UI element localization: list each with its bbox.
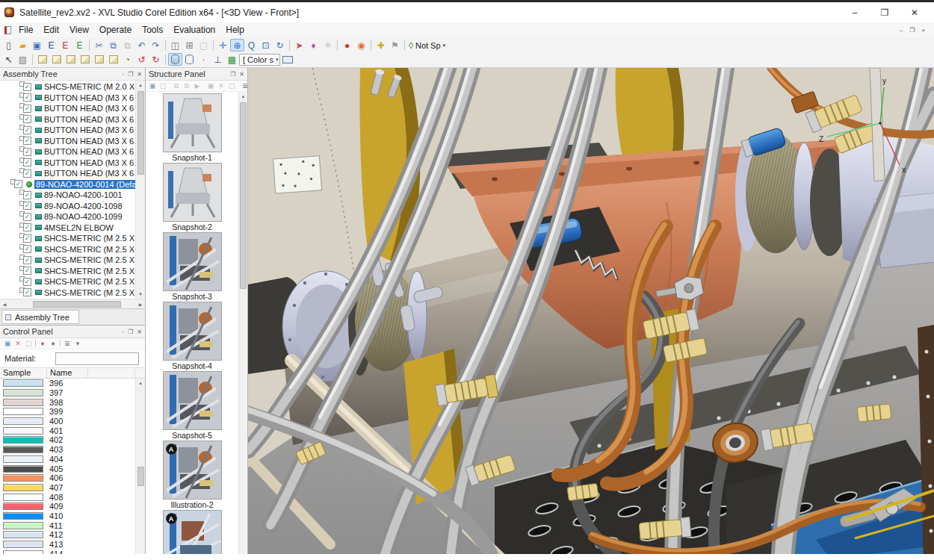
material-row-409[interactable]: 409 — [0, 502, 135, 511]
checkbox-icon[interactable]: ✓ — [23, 223, 31, 231]
material-row-407[interactable]: 407 — [0, 483, 135, 493]
display-wireframe[interactable] — [182, 53, 197, 66]
view-cube-right[interactable] — [78, 53, 92, 66]
tree-item[interactable]: ✓SHCS-METRIC (M 2.5 X 8 — [0, 266, 135, 277]
menu-file[interactable]: File — [13, 23, 38, 37]
material-row-403[interactable]: 403 — [0, 445, 135, 455]
structure-panel-vertical-scrollbar[interactable]: ▲ — [238, 92, 247, 560]
tree-item[interactable]: ✓BUTTON HEAD (M3 X 6 L( — [0, 158, 135, 169]
snapshot-thumbnail[interactable] — [163, 371, 222, 430]
mdi-close-button[interactable]: × — [921, 27, 925, 34]
checkbox-icon[interactable]: ✓ — [23, 288, 31, 296]
panel-pin-icon[interactable]: ◦ — [122, 329, 124, 335]
fill-style-combo[interactable]: ◊Not Sp▾ — [407, 39, 448, 52]
orbit-tool[interactable]: ⊕ — [230, 39, 244, 52]
snapshot-item[interactable]: Snapshot-3 — [146, 232, 238, 302]
scroll-left-icon[interactable]: ◀ — [0, 302, 9, 307]
panel-float-icon[interactable]: ❐ — [128, 329, 133, 335]
column-extra[interactable] — [88, 368, 135, 378]
material-row-398[interactable]: 398 — [0, 397, 135, 407]
column-name[interactable]: Name — [47, 368, 88, 378]
snapshot-thumbnail[interactable]: A — [163, 510, 222, 560]
snapshot-item[interactable]: Snapshot-2 — [146, 163, 238, 232]
window-restore-button[interactable]: ❐ — [877, 7, 892, 18]
tree-item[interactable]: ✓89-NOAO-4200-1098 — [0, 201, 135, 212]
scrollbar-thumb[interactable] — [240, 102, 247, 289]
select-volume-tool[interactable]: ▧ — [16, 53, 30, 66]
snapshot-thumbnail[interactable] — [163, 93, 222, 152]
scroll-up-icon[interactable]: ▲ — [241, 92, 246, 101]
menu-edit[interactable]: Edit — [38, 23, 64, 37]
menu-tools[interactable]: Tools — [137, 23, 168, 37]
column-sample[interactable]: Sample — [0, 368, 47, 378]
edit-sample[interactable]: ▢ — [23, 339, 34, 349]
material-row-406[interactable]: 406 — [0, 473, 135, 483]
paste[interactable]: ⧉ — [120, 39, 134, 52]
material-row-412[interactable]: 412 — [0, 530, 135, 540]
add-sample[interactable]: ▣ — [2, 339, 13, 349]
texture-tool[interactable]: ▩ — [225, 53, 239, 66]
checkbox-icon[interactable]: ✓ — [23, 267, 31, 275]
list-view-caret[interactable]: ▾ — [72, 339, 83, 349]
rotate-ccw[interactable]: ↺ — [134, 53, 149, 66]
annotation-point[interactable]: ● — [340, 39, 354, 52]
mdi-minimize-button[interactable]: – — [900, 27, 903, 34]
tree-item[interactable]: ✓BUTTON HEAD (M3 X 6 L( — [0, 114, 135, 125]
tree-item[interactable]: ✓BUTTON HEAD (M3 X 6 L( — [0, 146, 135, 158]
new-snapshot[interactable]: ▣ — [147, 81, 158, 91]
tree-item[interactable]: ✓SHCS-METRIC (M 2.5 X 8 — [0, 255, 135, 266]
material-row-410[interactable]: 410 — [0, 511, 135, 521]
checkbox-icon[interactable]: ✓ — [23, 278, 31, 286]
properties[interactable]: ▢ — [226, 81, 237, 91]
pan-tool[interactable]: ✛ — [216, 39, 230, 52]
save[interactable]: ▣ — [30, 39, 44, 52]
mdi-restore-button[interactable]: ❐ — [909, 27, 915, 34]
material-row-401[interactable]: 401 — [0, 426, 135, 435]
rotate-cw[interactable]: ↻ — [149, 53, 163, 66]
checkbox-icon[interactable]: ✓ — [23, 148, 31, 156]
export-e-red[interactable]: E — [58, 39, 72, 52]
zoom-region-tool[interactable]: ⊡ — [259, 39, 273, 52]
checkbox-icon[interactable]: ✓ — [23, 93, 31, 102]
play-animation[interactable]: ▶ — [192, 81, 202, 91]
copy[interactable]: ⧉ — [106, 39, 120, 52]
scroll-down-icon[interactable]: ▼ — [138, 290, 143, 299]
tree-item[interactable]: ✓BUTTON HEAD (M3 X 6 L( — [0, 125, 135, 136]
material-row-402[interactable]: 402 — [0, 435, 135, 445]
snapshot-item[interactable]: Snapshot-4 — [146, 302, 238, 371]
note-flag-tool[interactable]: ⚑ — [388, 39, 402, 52]
tree-item[interactable]: ✓SHCS-METRIC (M 2.5 X 8 — [0, 233, 135, 244]
snapshot-frame[interactable]: ◫ — [168, 39, 182, 52]
cut[interactable]: ✂ — [92, 39, 106, 52]
panel-close-icon[interactable]: ✕ — [239, 71, 244, 78]
window-minimize-button[interactable]: – — [847, 7, 862, 18]
window-close-button[interactable]: ✕ — [907, 7, 922, 18]
delete-item[interactable]: ✕ — [216, 81, 226, 91]
new-illustration[interactable]: ▣ — [205, 81, 216, 91]
checkbox-icon[interactable]: ✓ — [23, 158, 31, 167]
measure-tool[interactable]: ✚ — [374, 39, 388, 52]
view-cube-back[interactable] — [49, 53, 64, 66]
checkbox-icon[interactable]: ✓ — [23, 137, 31, 145]
checkbox-icon[interactable]: ✓ — [23, 256, 31, 264]
menu-operate[interactable]: Operate — [94, 23, 137, 37]
delete-sample[interactable]: ✕ — [13, 339, 23, 349]
material-row-396[interactable]: 396 — [0, 379, 135, 388]
tab-assembly-tree[interactable]: Assembly Tree — [1, 310, 79, 324]
checkbox-icon[interactable]: ✓ — [23, 202, 31, 210]
checkbox-icon[interactable]: ✓ — [23, 234, 31, 243]
checkbox-icon[interactable]: ✓ — [23, 169, 31, 178]
tree-item[interactable]: ✓BUTTON HEAD (M3 X 6 L( — [0, 103, 135, 114]
redo[interactable]: ↷ — [149, 39, 163, 52]
tree-item[interactable]: ✓SHCS-METRIC (M 2.5 X 8 — [0, 276, 135, 287]
checkbox-icon[interactable]: ✓ — [23, 213, 31, 221]
panel-float-icon[interactable]: ❐ — [128, 71, 133, 78]
presentation-mode[interactable] — [280, 53, 294, 66]
scrollbar-thumb[interactable] — [137, 91, 144, 175]
paste-snapshot[interactable]: ⧉ — [182, 81, 192, 91]
apply-color[interactable]: ♦ — [37, 339, 48, 349]
rotate-view-tool[interactable]: ↻ — [273, 39, 287, 52]
menu-evaluation[interactable]: Evaluation — [168, 23, 220, 37]
export-e-green[interactable]: E — [72, 39, 87, 52]
undo[interactable]: ↶ — [134, 39, 149, 52]
